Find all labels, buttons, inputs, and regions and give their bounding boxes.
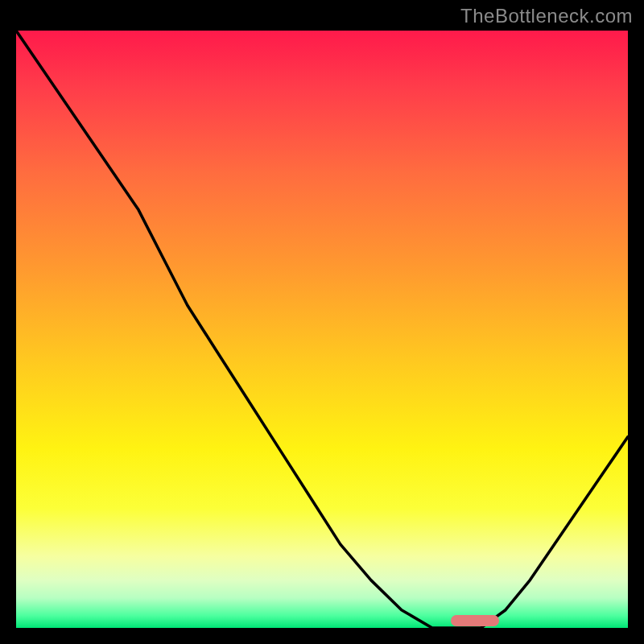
bottleneck-curve <box>16 31 628 628</box>
plot-area <box>16 31 628 628</box>
watermark-text: TheBottleneck.com <box>460 5 633 27</box>
chart-frame: TheBottleneck.com <box>0 0 644 644</box>
optimum-marker <box>451 615 500 626</box>
